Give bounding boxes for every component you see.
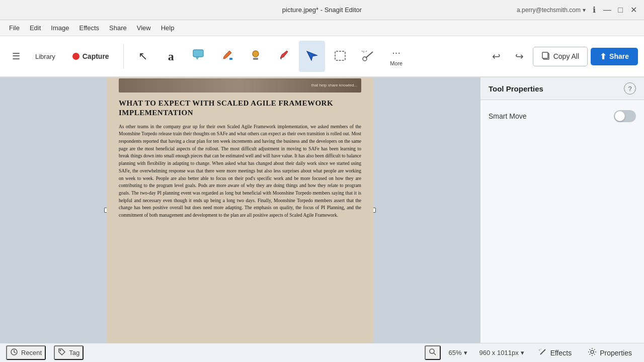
stamp-tool-button[interactable] xyxy=(243,41,269,72)
properties-button[interactable]: Properties xyxy=(582,345,638,360)
minimize-button[interactable]: — xyxy=(603,6,612,15)
canvas-area[interactable]: that help share knowled... WHAT TO EXPEC… xyxy=(0,77,480,343)
redo-button[interactable]: ↪ xyxy=(510,46,530,66)
svg-rect-0 xyxy=(193,50,203,57)
svg-line-20 xyxy=(539,350,540,351)
fill-tool-icon xyxy=(221,49,233,64)
copy-all-button[interactable]: Copy All xyxy=(533,47,588,66)
callout-tool-icon xyxy=(193,49,206,63)
effects-wand-icon xyxy=(538,347,547,358)
tag-label: Tag xyxy=(69,349,79,356)
svg-rect-5 xyxy=(335,51,345,60)
panel-title: Tool Properties xyxy=(489,84,543,93)
info-button[interactable]: ℹ xyxy=(590,6,599,15)
arrow-tool-button[interactable]: ↖ xyxy=(130,41,156,72)
fill-tool-button[interactable] xyxy=(214,41,240,72)
more-label: More xyxy=(390,60,403,66)
properties-label: Properties xyxy=(600,349,632,357)
toolbar-right: ↩ ↪ Copy All ⬆ Share xyxy=(487,46,638,66)
magic-wand-tool-icon xyxy=(362,50,375,63)
effects-label: Effects xyxy=(550,349,572,357)
tag-icon xyxy=(58,348,66,357)
recent-button[interactable]: Recent xyxy=(6,345,46,360)
copy-all-label: Copy All xyxy=(553,52,579,60)
callout-tool-button[interactable] xyxy=(186,41,212,72)
svg-line-16 xyxy=(434,353,436,355)
search-icon xyxy=(429,348,437,357)
svg-point-7 xyxy=(363,57,367,61)
zoom-level-text: 65% xyxy=(449,349,462,356)
svg-rect-2 xyxy=(229,58,232,60)
image-container: that help share knowled... WHAT TO EXPEC… xyxy=(107,77,373,343)
text-tool-icon: a xyxy=(168,50,174,63)
menu-help[interactable]: Help xyxy=(156,22,180,34)
menu-share[interactable]: Share xyxy=(104,22,132,34)
document-title: WHAT TO EXPECT WITH SCALED AGILE FRAMEWO… xyxy=(119,99,361,118)
text-tool-button[interactable]: a xyxy=(158,41,184,72)
share-label: Share xyxy=(609,52,629,60)
pen-tool-icon xyxy=(278,49,290,64)
more-button[interactable]: ··· More xyxy=(383,41,410,72)
menubar: File Edit Image Effects Share View Help xyxy=(0,20,644,36)
select-tool-icon xyxy=(305,49,318,64)
main-content: that help share knowled... WHAT TO EXPEC… xyxy=(0,77,644,343)
copy-all-icon xyxy=(541,51,550,62)
dimensions-dropdown-icon: ▾ xyxy=(521,349,524,356)
panel-help-button[interactable]: ? xyxy=(624,82,636,95)
marquee-tool-icon xyxy=(334,50,347,63)
account-email: a.perry@techsmith.com xyxy=(517,7,581,14)
svg-rect-4 xyxy=(253,58,258,60)
magic-wand-tool-button[interactable] xyxy=(355,41,381,72)
dimensions-button[interactable]: 960 x 1011px ▾ xyxy=(475,347,528,358)
menu-image[interactable]: Image xyxy=(46,22,74,34)
svg-line-17 xyxy=(540,349,545,354)
titlebar-right: a.perry@techsmith.com ▾ ℹ — □ ✕ xyxy=(517,6,638,15)
svg-point-3 xyxy=(253,51,259,57)
account-dropdown-icon[interactable]: ▾ xyxy=(583,7,586,14)
recent-icon xyxy=(10,348,18,357)
titlebar: picture.jpeg* - Snagit Editor a.perry@te… xyxy=(0,0,644,20)
account-info: a.perry@techsmith.com ▾ xyxy=(517,7,586,14)
menu-effects[interactable]: Effects xyxy=(74,22,105,34)
properties-gear-icon xyxy=(588,347,597,358)
capture-dot xyxy=(72,53,79,60)
maximize-button[interactable]: □ xyxy=(616,6,625,15)
svg-point-15 xyxy=(430,349,434,353)
status-right: 65% ▾ 960 x 1011px ▾ Effects xyxy=(425,345,638,360)
undo-button[interactable]: ↩ xyxy=(487,46,507,66)
menu-view[interactable]: View xyxy=(132,22,156,34)
menu-file[interactable]: File xyxy=(4,22,25,34)
tools-section: ↖ a xyxy=(130,41,410,72)
panel-body: Smart Move xyxy=(480,100,644,132)
svg-line-19 xyxy=(540,349,541,349)
capture-label: Capture xyxy=(83,52,109,60)
smart-move-row: Smart Move xyxy=(489,110,636,122)
svg-line-6 xyxy=(366,52,373,58)
statusbar: Recent Tag 65% ▾ xyxy=(0,343,644,362)
window-title: picture.jpeg* - Snagit Editor xyxy=(282,6,362,14)
document-body: As other teams in the company gear up fo… xyxy=(119,123,361,219)
zoom-level-button[interactable]: 65% ▾ xyxy=(445,347,471,358)
svg-line-9 xyxy=(366,51,367,52)
hamburger-menu-button[interactable]: ☰ xyxy=(6,48,26,65)
capture-button[interactable]: Capture xyxy=(64,48,117,64)
arrow-tool-icon: ↖ xyxy=(138,50,147,63)
svg-line-10 xyxy=(362,51,363,52)
svg-point-14 xyxy=(60,350,61,351)
share-button[interactable]: ⬆ Share xyxy=(591,48,638,65)
toolbar: ☰ Library Capture ↖ a xyxy=(0,36,644,77)
library-button[interactable]: Library xyxy=(29,50,61,63)
search-button[interactable] xyxy=(425,345,441,360)
marquee-tool-button[interactable] xyxy=(327,41,353,72)
pen-tool-button[interactable] xyxy=(271,41,297,72)
dimensions-text: 960 x 1011px xyxy=(479,349,519,356)
effects-button[interactable]: Effects xyxy=(532,345,578,360)
tag-button[interactable]: Tag xyxy=(54,345,84,360)
select-tool-button[interactable] xyxy=(299,41,325,72)
svg-rect-12 xyxy=(542,52,548,58)
toolbar-divider-1 xyxy=(123,44,124,69)
menu-edit[interactable]: Edit xyxy=(25,22,46,34)
smart-move-toggle[interactable] xyxy=(614,110,636,122)
svg-marker-1 xyxy=(196,57,199,59)
close-button[interactable]: ✕ xyxy=(629,6,638,15)
